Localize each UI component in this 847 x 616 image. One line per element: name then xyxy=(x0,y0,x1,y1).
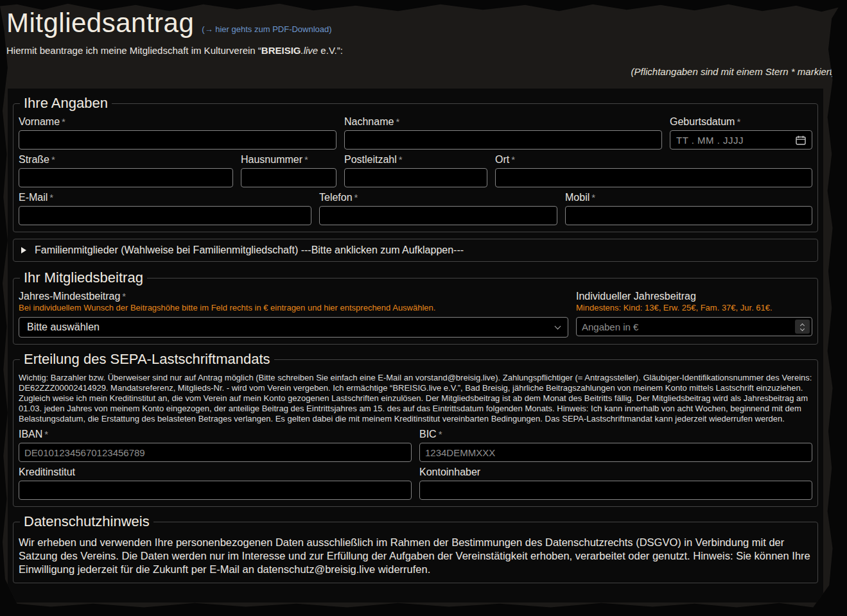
individual-fee-label: Individueller Jahresbeitrag xyxy=(576,291,812,302)
family-members-details: Familienmitglieder (Wahlweise bei Famili… xyxy=(13,239,818,262)
sepa-mandate-text: Wichtig: Barzahler bzw. Überweiser sind … xyxy=(19,373,812,424)
date-placeholder: TT . MM . JJJJ xyxy=(676,135,744,146)
membership-form: Ihre Angaben Vorname* Nachname* Geburtsd… xyxy=(8,89,823,603)
hausnummer-input[interactable] xyxy=(241,168,336,187)
page-header: Mitgliedsantrag (→ hier gehts zum PDF-Do… xyxy=(6,8,835,77)
required-star: * xyxy=(591,192,595,203)
vorname-input[interactable] xyxy=(19,130,336,150)
kreditinstitut-input[interactable] xyxy=(19,481,412,500)
required-star: * xyxy=(439,429,442,440)
required-star: * xyxy=(399,154,403,165)
ort-input[interactable] xyxy=(495,168,812,187)
required-star: * xyxy=(304,154,308,165)
postleitzahl-input[interactable] xyxy=(344,168,487,187)
email-label: E-Mail* xyxy=(19,192,311,203)
required-fields-note: (Pflichtangaben sind mit einem Stern * m… xyxy=(6,66,835,77)
min-fee-label: Jahres-Mindestbeitrag* xyxy=(19,291,568,302)
number-spinner[interactable] xyxy=(795,320,810,334)
postleitzahl-label: Postleitzahl* xyxy=(344,154,487,166)
kontoinhaber-label: Kontoinhaber xyxy=(419,466,812,478)
spinner-down-icon[interactable] xyxy=(800,327,805,331)
page-background: Mitgliedsantrag (→ hier gehts zum PDF-Do… xyxy=(0,0,847,616)
required-star: * xyxy=(511,154,515,165)
sepa-mandate-legend: Erteilung des SEPA-Lastschriftmandats xyxy=(20,351,274,368)
privacy-fieldset: Datenschutzhinweis Wir erheben und verwe… xyxy=(13,513,818,583)
pdf-download-link[interactable]: (→ hier gehts zum PDF-Download) xyxy=(202,24,331,34)
min-fee-note: Bei individuellem Wunsch der Beitragshöh… xyxy=(19,303,568,312)
strasse-label: Straße* xyxy=(19,154,233,166)
page-title: Mitgliedsantrag xyxy=(6,8,194,38)
bic-input[interactable] xyxy=(419,443,812,462)
personal-data-legend: Ihre Angaben xyxy=(20,95,112,112)
required-star: * xyxy=(49,192,53,203)
iban-label: IBAN* xyxy=(19,429,412,440)
family-members-summary-label: Familienmitglieder (Wahlweise bei Famili… xyxy=(35,244,464,256)
personal-data-fieldset: Ihre Angaben Vorname* Nachname* Geburtsd… xyxy=(13,95,818,232)
mobil-input[interactable] xyxy=(565,206,812,225)
membership-fee-legend: Ihr Mitgliedsbeitrag xyxy=(20,270,147,286)
required-star: * xyxy=(737,116,740,127)
privacy-legend: Datenschutzhinweis xyxy=(20,513,153,530)
email-input[interactable] xyxy=(19,206,311,225)
required-star: * xyxy=(51,154,55,165)
telefon-label: Telefon* xyxy=(319,192,557,203)
individual-fee-input[interactable] xyxy=(576,317,812,336)
nachname-label: Nachname* xyxy=(344,116,662,128)
intro-text: Hiermit beantrage ich meine Mitgliedscha… xyxy=(6,45,835,56)
min-fee-select-value: Bitte auswählen xyxy=(27,321,100,333)
membership-fee-fieldset: Ihr Mitgliedsbeitrag Jahres-Mindestbeitr… xyxy=(13,270,818,345)
bic-label: BIC* xyxy=(419,429,812,440)
required-star: * xyxy=(44,429,48,440)
hausnummer-label: Hausnummer* xyxy=(241,154,336,166)
required-star: * xyxy=(122,291,126,302)
required-star: * xyxy=(354,192,358,203)
kreditinstitut-label: Kreditinstitut xyxy=(19,466,412,478)
ort-label: Ort* xyxy=(495,154,812,166)
iban-input[interactable] xyxy=(19,443,412,462)
expand-triangle-icon xyxy=(21,247,26,253)
individual-fee-note: Mindestens: Kind: 13€, Erw. 25€, Fam. 37… xyxy=(576,303,812,312)
kontoinhaber-input[interactable] xyxy=(419,481,812,500)
geburtsdatum-label: Geburtsdatum* xyxy=(670,116,812,128)
calendar-icon[interactable] xyxy=(796,135,806,145)
family-members-summary[interactable]: Familienmitglieder (Wahlweise bei Famili… xyxy=(13,239,817,261)
sepa-mandate-fieldset: Erteilung des SEPA-Lastschriftmandats Wi… xyxy=(13,351,818,507)
required-star: * xyxy=(396,116,399,127)
nachname-input[interactable] xyxy=(344,130,662,150)
geburtsdatum-input[interactable]: TT . MM . JJJJ xyxy=(670,130,812,150)
privacy-text: Wir erheben und verwenden Ihre personenb… xyxy=(19,536,812,576)
mobil-label: Mobil* xyxy=(565,192,812,203)
strasse-input[interactable] xyxy=(19,168,233,187)
chevron-down-icon xyxy=(555,323,561,330)
required-star: * xyxy=(62,116,65,127)
min-fee-select[interactable]: Bitte auswählen xyxy=(19,317,568,338)
vorname-label: Vorname* xyxy=(19,116,336,128)
telefon-input[interactable] xyxy=(319,206,557,225)
